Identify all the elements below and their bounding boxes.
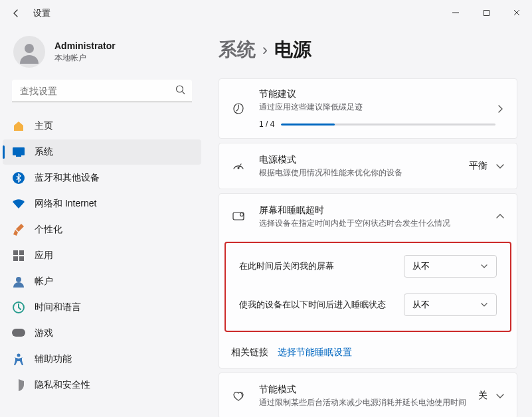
sidebar-item-label: 网络和 Internet bbox=[35, 198, 96, 210]
breadcrumb-parent[interactable]: 系统 bbox=[219, 37, 256, 62]
sidebar-item-brush[interactable]: 个性化 bbox=[3, 217, 201, 242]
svg-rect-6 bbox=[16, 155, 21, 157]
account-icon bbox=[12, 275, 25, 288]
accessibility-icon bbox=[12, 353, 25, 366]
power-mode-card[interactable]: 电源模式 根据电源使用情况和性能来优化你的设备 平衡 bbox=[219, 143, 517, 189]
sidebar-item-label: 个性化 bbox=[35, 224, 62, 236]
screen-sleep-header[interactable]: 屏幕和睡眠超时 选择设备在指定时间内处于空闲状态时会发生什么情况 bbox=[219, 194, 517, 239]
svg-point-2 bbox=[25, 44, 34, 53]
close-button[interactable] bbox=[501, 0, 532, 25]
svg-rect-10 bbox=[13, 256, 18, 261]
sidebar-item-label: 辅助功能 bbox=[35, 353, 72, 365]
search-input[interactable] bbox=[12, 80, 192, 102]
sidebar-item-label: 蓝牙和其他设备 bbox=[35, 172, 100, 184]
progress-bar bbox=[281, 124, 495, 125]
sidebar-item-account[interactable]: 帐户 bbox=[3, 269, 201, 294]
svg-line-4 bbox=[183, 92, 185, 94]
screen-off-select[interactable]: 从不 bbox=[404, 255, 497, 278]
chevron-right-icon: › bbox=[262, 41, 268, 59]
card-title: 屏幕和睡眠超时 bbox=[259, 205, 495, 216]
card-subtitle: 通过应用这些建议降低碳足迹 bbox=[259, 102, 495, 113]
sidebar-item-system[interactable]: 系统 bbox=[3, 139, 201, 165]
screen-off-label: 在此时间后关闭我的屏幕 bbox=[239, 260, 404, 272]
minimize-button[interactable] bbox=[440, 0, 471, 25]
bluetooth-icon bbox=[12, 171, 25, 185]
games-icon bbox=[12, 327, 25, 340]
search-icon bbox=[175, 85, 185, 98]
sidebar-item-label: 帐户 bbox=[35, 276, 53, 288]
chevron-down-icon bbox=[495, 392, 505, 399]
saver-mode-card[interactable]: 节能模式 通过限制某些后台活动来减少电源消耗并延长电池使用时间 关 bbox=[219, 373, 517, 417]
chevron-down-icon bbox=[495, 163, 505, 169]
progress-label: 1 / 4 bbox=[259, 120, 274, 129]
maximize-button[interactable] bbox=[471, 0, 501, 25]
avatar bbox=[13, 36, 45, 68]
breadcrumb: 系统 › 电源 bbox=[219, 37, 517, 62]
sidebar-item-games[interactable]: 游戏 bbox=[3, 321, 201, 346]
screen-sleep-options-highlighted: 在此时间后关闭我的屏幕 从不 使我的设备在以下时间后进入睡眠状态 从不 bbox=[224, 242, 511, 332]
sidebar-item-label: 主页 bbox=[35, 120, 53, 132]
sidebar-item-time[interactable]: 时间和语言 bbox=[3, 295, 201, 320]
sidebar-item-privacy[interactable]: 隐私和安全性 bbox=[3, 373, 201, 398]
sidebar-item-label: 游戏 bbox=[35, 327, 53, 339]
brush-icon bbox=[12, 223, 25, 236]
svg-point-12 bbox=[16, 277, 21, 282]
svg-rect-8 bbox=[13, 250, 18, 255]
energy-suggestions-card[interactable]: 节能建议 通过应用这些建议降低碳足迹 1 / 4 bbox=[219, 78, 517, 139]
svg-point-15 bbox=[17, 354, 21, 357]
sleep-label: 使我的设备在以下时间后进入睡眠状态 bbox=[239, 299, 404, 311]
apps-icon bbox=[12, 249, 25, 262]
card-title: 电源模式 bbox=[259, 154, 469, 166]
related-link[interactable]: 选择节能睡眠设置 bbox=[278, 347, 352, 359]
sidebar-item-bluetooth[interactable]: 蓝牙和其他设备 bbox=[3, 165, 201, 191]
saver-mode-value: 关 bbox=[478, 390, 488, 402]
time-icon bbox=[12, 301, 25, 314]
sidebar-item-label: 隐私和安全性 bbox=[35, 379, 90, 391]
svg-rect-5 bbox=[13, 147, 25, 155]
leaf-icon bbox=[231, 102, 246, 116]
gauge-icon bbox=[231, 159, 246, 173]
sidebar-item-apps[interactable]: 应用 bbox=[3, 243, 201, 268]
card-title: 节能建议 bbox=[259, 88, 495, 100]
home-icon bbox=[12, 120, 25, 133]
svg-rect-1 bbox=[484, 10, 489, 15]
card-subtitle: 根据电源使用情况和性能来优化你的设备 bbox=[259, 167, 469, 179]
heart-leaf-icon bbox=[231, 388, 246, 403]
sidebar-item-label: 时间和语言 bbox=[35, 301, 81, 313]
profile-subtitle: 本地帐户 bbox=[54, 52, 116, 64]
sidebar-item-label: 系统 bbox=[35, 146, 53, 158]
svg-rect-11 bbox=[19, 256, 24, 261]
profile-name: Administrator bbox=[54, 41, 116, 51]
profile-section[interactable]: Administrator 本地帐户 bbox=[0, 29, 204, 80]
svg-point-16 bbox=[238, 167, 240, 169]
system-icon bbox=[12, 145, 25, 159]
sidebar-item-label: 应用 bbox=[35, 250, 53, 262]
sidebar-item-accessibility[interactable]: 辅助功能 bbox=[3, 347, 201, 372]
screen-icon bbox=[231, 209, 246, 224]
svg-rect-9 bbox=[19, 250, 24, 255]
related-links-label: 相关链接 bbox=[231, 347, 268, 359]
svg-point-3 bbox=[177, 86, 183, 92]
screen-sleep-card: 屏幕和睡眠超时 选择设备在指定时间内处于空闲状态时会发生什么情况 在此时间后关闭… bbox=[219, 193, 517, 369]
svg-point-18 bbox=[240, 213, 244, 216]
wifi-icon bbox=[12, 197, 25, 210]
power-mode-value: 平衡 bbox=[469, 160, 488, 172]
sleep-select[interactable]: 从不 bbox=[404, 293, 497, 316]
chevron-up-icon bbox=[495, 213, 505, 220]
sidebar-item-wifi[interactable]: 网络和 Internet bbox=[3, 191, 201, 216]
privacy-icon bbox=[12, 378, 25, 392]
chevron-right-icon bbox=[495, 104, 505, 114]
svg-rect-14 bbox=[12, 329, 25, 337]
card-title: 节能模式 bbox=[259, 384, 478, 396]
back-button[interactable] bbox=[4, 1, 28, 25]
card-subtitle: 选择设备在指定时间内处于空闲状态时会发生什么情况 bbox=[259, 218, 495, 229]
window-title: 设置 bbox=[33, 7, 50, 19]
page-title: 电源 bbox=[274, 37, 311, 62]
sidebar-item-home[interactable]: 主页 bbox=[3, 114, 201, 139]
card-subtitle: 通过限制某些后台活动来减少电源消耗并延长电池使用时间 bbox=[259, 397, 478, 408]
